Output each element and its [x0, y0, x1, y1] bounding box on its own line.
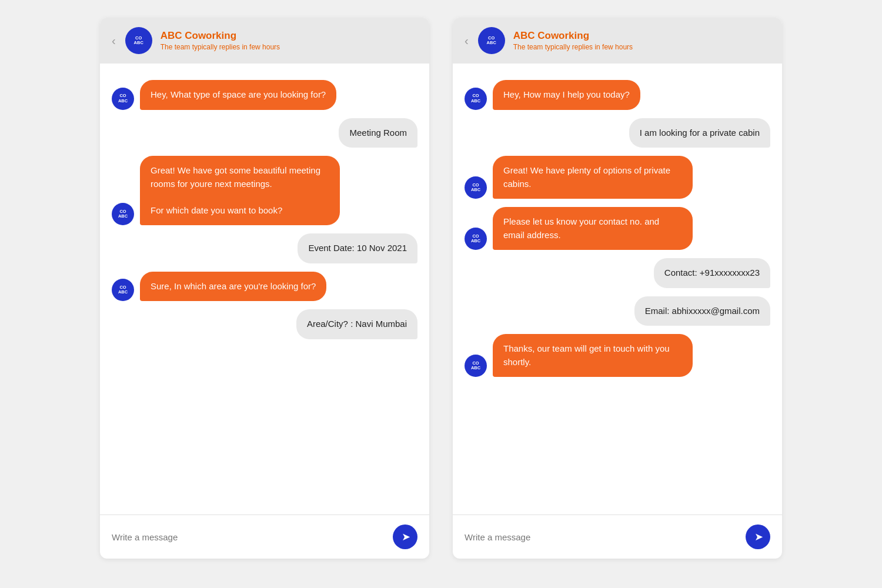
- message-row: CO ABC Sure, In which area are you're lo…: [112, 272, 417, 302]
- logo-text-bottom-1: ABC: [134, 41, 143, 45]
- message-row: Area/City? : Navi Mumbai: [112, 309, 417, 339]
- header-info-1: ABC Coworking The team typically replies…: [161, 30, 280, 51]
- chat-window-1: ‹ CO ABC ABC Coworking The team typicall…: [100, 18, 429, 559]
- user-bubble: Area/City? : Navi Mumbai: [296, 309, 417, 339]
- bot-avatar: CO ABC: [112, 279, 134, 301]
- bot-bubble: Great! We have got some beautiful meetin…: [140, 156, 340, 225]
- user-bubble: Event Date: 10 Nov 2021: [298, 233, 417, 263]
- message-row: CO ABC Great! We have got some beautiful…: [112, 156, 417, 225]
- avatar-line2: ABC: [118, 214, 128, 219]
- chat-body-2: CO ABC Hey, How may I help you today? I …: [453, 64, 782, 514]
- user-bubble: Meeting Room: [339, 118, 417, 148]
- chat-footer-1: ➤: [100, 514, 429, 559]
- message-row: Contact: +91xxxxxxxx23: [465, 258, 770, 288]
- bot-avatar: CO ABC: [112, 88, 134, 110]
- brand-name-1: ABC Coworking: [161, 30, 280, 42]
- bot-avatar: CO ABC: [465, 176, 487, 199]
- bot-bubble: Hey, What type of space are you looking …: [140, 80, 336, 110]
- message-row: Event Date: 10 Nov 2021: [112, 233, 417, 263]
- back-button-1[interactable]: ‹: [112, 34, 116, 48]
- bot-avatar: CO ABC: [112, 203, 134, 225]
- user-bubble: Contact: +91xxxxxxxx23: [654, 258, 770, 288]
- send-icon-1: ➤: [402, 530, 410, 543]
- bot-avatar: CO ABC: [465, 88, 487, 110]
- message-row: CO ABC Hey, What type of space are you l…: [112, 80, 417, 110]
- bot-bubble: Sure, In which area are you're looking f…: [140, 272, 326, 302]
- logo-avatar-1: CO ABC: [125, 27, 152, 54]
- logo-text-bottom-2: ABC: [487, 41, 496, 45]
- bot-avatar: CO ABC: [465, 228, 487, 250]
- avatar-line2: ABC: [118, 99, 128, 103]
- brand-sub-1: The team typically replies in few hours: [161, 43, 280, 51]
- avatar-line2: ABC: [471, 366, 480, 370]
- send-button-2[interactable]: ➤: [746, 524, 770, 549]
- message-row: Email: abhixxxxx@gmail.com: [465, 296, 770, 326]
- avatar-line2: ABC: [471, 99, 480, 103]
- message-row: I am looking for a private cabin: [465, 118, 770, 148]
- brand-sub-2: The team typically replies in few hours: [513, 43, 633, 51]
- message-input-2[interactable]: [465, 532, 739, 542]
- chat-footer-2: ➤: [453, 514, 782, 559]
- back-button-2[interactable]: ‹: [465, 34, 469, 48]
- message-row: CO ABC Hey, How may I help you today?: [465, 80, 770, 110]
- bot-bubble: Please let us know your contact no. and …: [493, 207, 693, 250]
- message-row: CO ABC Great! We have plenty of options …: [465, 156, 770, 199]
- message-row: CO ABC Thanks, our team will get in touc…: [465, 334, 770, 377]
- brand-name-2: ABC Coworking: [513, 30, 633, 42]
- message-input-1[interactable]: [112, 532, 386, 542]
- chat-body-1: CO ABC Hey, What type of space are you l…: [100, 64, 429, 514]
- chat-window-2: ‹ CO ABC ABC Coworking The team typicall…: [453, 18, 782, 559]
- bot-avatar: CO ABC: [465, 355, 487, 377]
- avatar-line2: ABC: [118, 290, 128, 295]
- avatar-line2: ABC: [471, 188, 480, 192]
- chat-header-1: ‹ CO ABC ABC Coworking The team typicall…: [100, 18, 429, 64]
- user-bubble: I am looking for a private cabin: [629, 118, 770, 148]
- chat-header-2: ‹ CO ABC ABC Coworking The team typicall…: [453, 18, 782, 64]
- logo-avatar-2: CO ABC: [478, 27, 505, 54]
- bot-bubble: Great! We have plenty of options of priv…: [493, 156, 693, 199]
- avatar-line2: ABC: [471, 239, 480, 243]
- bot-bubble: Hey, How may I help you today?: [493, 80, 640, 110]
- message-row: Meeting Room: [112, 118, 417, 148]
- send-button-1[interactable]: ➤: [393, 524, 417, 549]
- header-info-2: ABC Coworking The team typically replies…: [513, 30, 633, 51]
- bot-bubble: Thanks, our team will get in touch with …: [493, 334, 693, 377]
- user-bubble: Email: abhixxxxx@gmail.com: [634, 296, 770, 326]
- message-row: CO ABC Please let us know your contact n…: [465, 207, 770, 250]
- send-icon-2: ➤: [754, 530, 763, 543]
